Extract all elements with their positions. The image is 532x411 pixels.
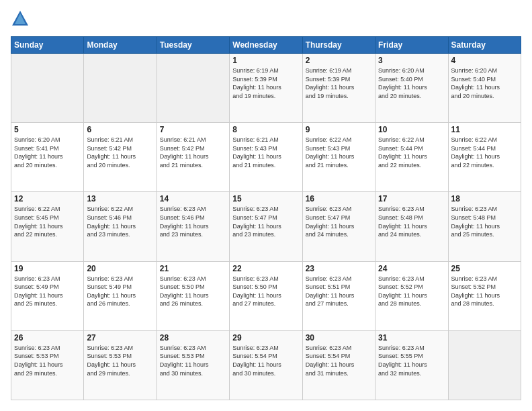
- day-cell: 26Sunrise: 6:23 AM Sunset: 5:53 PM Dayli…: [11, 330, 84, 400]
- day-info: Sunrise: 6:23 AM Sunset: 5:48 PM Dayligh…: [378, 205, 445, 238]
- day-cell: 1Sunrise: 6:19 AM Sunset: 5:39 PM Daylig…: [230, 54, 302, 123]
- week-row-5: 26Sunrise: 6:23 AM Sunset: 5:53 PM Dayli…: [11, 330, 521, 400]
- weekday-header-saturday: Saturday: [448, 37, 521, 54]
- day-cell: 28Sunrise: 6:23 AM Sunset: 5:53 PM Dayli…: [157, 330, 229, 400]
- day-cell: 2Sunrise: 6:19 AM Sunset: 5:39 PM Daylig…: [302, 54, 375, 123]
- week-row-4: 19Sunrise: 6:23 AM Sunset: 5:49 PM Dayli…: [11, 261, 521, 330]
- day-cell: 23Sunrise: 6:23 AM Sunset: 5:51 PM Dayli…: [302, 261, 375, 330]
- day-cell: 12Sunrise: 6:22 AM Sunset: 5:45 PM Dayli…: [11, 192, 84, 261]
- day-cell: [84, 54, 157, 123]
- day-info: Sunrise: 6:23 AM Sunset: 5:49 PM Dayligh…: [87, 275, 153, 308]
- week-row-3: 12Sunrise: 6:22 AM Sunset: 5:45 PM Dayli…: [11, 192, 521, 261]
- day-info: Sunrise: 6:23 AM Sunset: 5:52 PM Dayligh…: [451, 275, 518, 308]
- day-cell: 19Sunrise: 6:23 AM Sunset: 5:49 PM Dayli…: [11, 261, 84, 330]
- day-number: 11: [451, 125, 518, 134]
- day-info: Sunrise: 6:22 AM Sunset: 5:44 PM Dayligh…: [378, 136, 445, 169]
- day-info: Sunrise: 6:23 AM Sunset: 5:53 PM Dayligh…: [87, 344, 153, 377]
- day-cell: 5Sunrise: 6:20 AM Sunset: 5:41 PM Daylig…: [11, 123, 84, 192]
- day-number: 8: [232, 125, 299, 134]
- day-info: Sunrise: 6:19 AM Sunset: 5:39 PM Dayligh…: [306, 66, 372, 100]
- day-info: Sunrise: 6:23 AM Sunset: 5:47 PM Dayligh…: [232, 205, 299, 238]
- day-info: Sunrise: 6:23 AM Sunset: 5:55 PM Dayligh…: [378, 344, 445, 377]
- logo: [11, 11, 32, 30]
- header: [11, 11, 521, 30]
- day-cell: 27Sunrise: 6:23 AM Sunset: 5:53 PM Dayli…: [84, 330, 157, 400]
- day-number: 2: [306, 56, 372, 65]
- day-cell: 16Sunrise: 6:23 AM Sunset: 5:47 PM Dayli…: [302, 192, 375, 261]
- day-number: 10: [378, 125, 445, 134]
- day-cell: [448, 330, 521, 400]
- day-number: 20: [87, 264, 153, 273]
- day-number: 30: [306, 333, 372, 342]
- day-cell: 25Sunrise: 6:23 AM Sunset: 5:52 PM Dayli…: [448, 261, 521, 330]
- day-number: 4: [451, 56, 518, 65]
- day-cell: 20Sunrise: 6:23 AM Sunset: 5:49 PM Dayli…: [84, 261, 157, 330]
- day-number: 28: [160, 333, 226, 342]
- weekday-header-monday: Monday: [84, 37, 157, 54]
- day-number: 19: [14, 264, 81, 273]
- day-info: Sunrise: 6:22 AM Sunset: 5:46 PM Dayligh…: [87, 205, 153, 238]
- day-cell: 13Sunrise: 6:22 AM Sunset: 5:46 PM Dayli…: [84, 192, 157, 261]
- weekday-header-sunday: Sunday: [11, 37, 84, 54]
- week-row-2: 5Sunrise: 6:20 AM Sunset: 5:41 PM Daylig…: [11, 123, 521, 192]
- day-number: 6: [87, 125, 153, 134]
- day-number: 26: [14, 333, 81, 342]
- day-info: Sunrise: 6:23 AM Sunset: 5:50 PM Dayligh…: [160, 275, 226, 308]
- day-number: 12: [14, 194, 81, 203]
- week-row-1: 1Sunrise: 6:19 AM Sunset: 5:39 PM Daylig…: [11, 54, 521, 123]
- day-cell: 3Sunrise: 6:20 AM Sunset: 5:40 PM Daylig…: [375, 54, 448, 123]
- day-cell: 11Sunrise: 6:22 AM Sunset: 5:44 PM Dayli…: [448, 123, 521, 192]
- day-number: 7: [160, 125, 226, 134]
- day-info: Sunrise: 6:20 AM Sunset: 5:41 PM Dayligh…: [14, 136, 81, 169]
- day-number: 9: [306, 125, 372, 134]
- weekday-header-wednesday: Wednesday: [230, 37, 302, 54]
- day-cell: 6Sunrise: 6:21 AM Sunset: 5:42 PM Daylig…: [84, 123, 157, 192]
- day-number: 18: [451, 194, 518, 203]
- day-info: Sunrise: 6:23 AM Sunset: 5:49 PM Dayligh…: [14, 275, 81, 308]
- day-cell: 8Sunrise: 6:21 AM Sunset: 5:43 PM Daylig…: [230, 123, 302, 192]
- day-info: Sunrise: 6:21 AM Sunset: 5:43 PM Dayligh…: [232, 136, 299, 169]
- day-cell: 10Sunrise: 6:22 AM Sunset: 5:44 PM Dayli…: [375, 123, 448, 192]
- page: SundayMondayTuesdayWednesdayThursdayFrid…: [0, 0, 532, 411]
- day-number: 5: [14, 125, 81, 134]
- day-number: 16: [306, 194, 372, 203]
- day-info: Sunrise: 6:21 AM Sunset: 5:42 PM Dayligh…: [87, 136, 153, 169]
- day-info: Sunrise: 6:23 AM Sunset: 5:52 PM Dayligh…: [378, 275, 445, 308]
- weekday-header-tuesday: Tuesday: [157, 37, 229, 54]
- day-number: 31: [378, 333, 445, 342]
- day-number: 3: [378, 56, 445, 65]
- day-info: Sunrise: 6:21 AM Sunset: 5:42 PM Dayligh…: [160, 136, 226, 169]
- day-cell: 18Sunrise: 6:23 AM Sunset: 5:48 PM Dayli…: [448, 192, 521, 261]
- day-cell: [11, 54, 84, 123]
- day-info: Sunrise: 6:22 AM Sunset: 5:45 PM Dayligh…: [14, 205, 81, 238]
- day-cell: 17Sunrise: 6:23 AM Sunset: 5:48 PM Dayli…: [375, 192, 448, 261]
- day-info: Sunrise: 6:23 AM Sunset: 5:47 PM Dayligh…: [306, 205, 372, 238]
- day-info: Sunrise: 6:23 AM Sunset: 5:53 PM Dayligh…: [160, 344, 226, 377]
- day-number: 29: [232, 333, 299, 342]
- day-number: 15: [232, 194, 299, 203]
- day-cell: 31Sunrise: 6:23 AM Sunset: 5:55 PM Dayli…: [375, 330, 448, 400]
- weekday-header-thursday: Thursday: [302, 37, 375, 54]
- day-number: 21: [160, 264, 226, 273]
- day-info: Sunrise: 6:20 AM Sunset: 5:40 PM Dayligh…: [378, 66, 445, 100]
- day-info: Sunrise: 6:23 AM Sunset: 5:54 PM Dayligh…: [306, 344, 372, 377]
- day-cell: 9Sunrise: 6:22 AM Sunset: 5:43 PM Daylig…: [302, 123, 375, 192]
- day-info: Sunrise: 6:23 AM Sunset: 5:46 PM Dayligh…: [160, 205, 226, 238]
- day-info: Sunrise: 6:23 AM Sunset: 5:51 PM Dayligh…: [306, 275, 372, 308]
- weekday-header-row: SundayMondayTuesdayWednesdayThursdayFrid…: [11, 37, 521, 54]
- logo-icon: [11, 9, 30, 28]
- day-cell: 24Sunrise: 6:23 AM Sunset: 5:52 PM Dayli…: [375, 261, 448, 330]
- day-info: Sunrise: 6:23 AM Sunset: 5:48 PM Dayligh…: [451, 205, 518, 238]
- day-cell: 29Sunrise: 6:23 AM Sunset: 5:54 PM Dayli…: [230, 330, 302, 400]
- day-cell: 21Sunrise: 6:23 AM Sunset: 5:50 PM Dayli…: [157, 261, 229, 330]
- day-number: 1: [232, 56, 299, 65]
- day-info: Sunrise: 6:19 AM Sunset: 5:39 PM Dayligh…: [232, 66, 299, 100]
- day-number: 27: [87, 333, 153, 342]
- day-info: Sunrise: 6:23 AM Sunset: 5:50 PM Dayligh…: [232, 275, 299, 308]
- day-info: Sunrise: 6:22 AM Sunset: 5:44 PM Dayligh…: [451, 136, 518, 169]
- day-number: 24: [378, 264, 445, 273]
- calendar-table: SundayMondayTuesdayWednesdayThursdayFrid…: [11, 36, 521, 400]
- day-number: 23: [306, 264, 372, 273]
- day-cell: 15Sunrise: 6:23 AM Sunset: 5:47 PM Dayli…: [230, 192, 302, 261]
- day-cell: 7Sunrise: 6:21 AM Sunset: 5:42 PM Daylig…: [157, 123, 229, 192]
